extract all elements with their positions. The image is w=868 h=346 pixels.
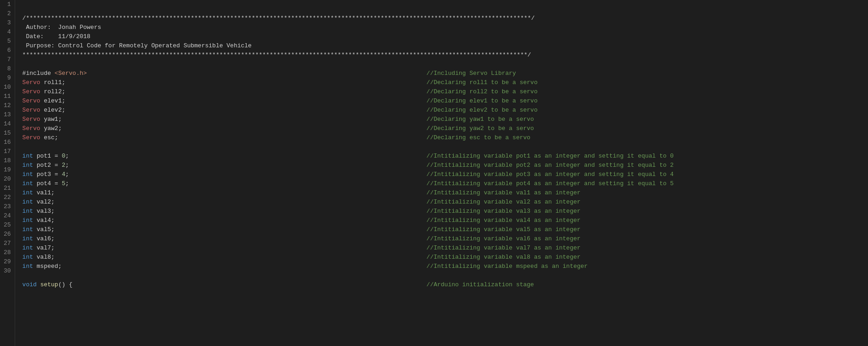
code-line: [23, 271, 868, 280]
keyword-token: int: [23, 254, 33, 261]
code-tokens: Servo roll1;: [23, 78, 427, 87]
function-token: setup: [40, 281, 58, 288]
code-area[interactable]: /***************************************…: [15, 0, 868, 346]
line-comment: //Intitializing variable pot1 as an inte…: [427, 152, 674, 161]
code-line: int val8;//Intitializing variable val8 a…: [23, 253, 868, 262]
code-line: Servo elev1;//Declaring elev1 to be a se…: [23, 96, 868, 106]
line-comment: //Intitializing variable val7 as an inte…: [427, 244, 581, 253]
plain-token: val2;: [33, 199, 55, 205]
servo-class-token: Servo: [23, 116, 40, 123]
keyword-token: void: [23, 281, 37, 288]
servo-class-token: Servo: [23, 97, 40, 104]
plain-token: esc;: [40, 134, 58, 141]
include-text-token: <Servo.h>: [55, 70, 87, 77]
line-number: 27: [4, 239, 11, 248]
line-comment: //Intitializing variable pot2 as an inte…: [427, 161, 674, 170]
line-numbers-gutter: 1234567891011121314151617181920212223242…: [0, 0, 15, 346]
line-number: 23: [4, 202, 11, 211]
keyword-token: int: [23, 244, 33, 251]
keyword-token: int: [23, 162, 33, 169]
line-number: 6: [4, 46, 11, 55]
line-comment: //Declaring yaw1 to be a servo: [427, 115, 534, 124]
plain-token: roll1;: [40, 79, 66, 86]
plain-token: [37, 281, 40, 288]
code-line: int val2;//Intitializing variable val2 a…: [23, 198, 868, 207]
plain-token: val4;: [33, 217, 55, 224]
line-number: 24: [4, 211, 11, 221]
line-number: 18: [4, 156, 11, 165]
code-tokens: Servo roll2;: [23, 87, 427, 96]
plain-token: elev2;: [40, 107, 66, 113]
servo-class-token: Servo: [23, 79, 40, 86]
code-line: [23, 60, 868, 69]
code-tokens: #include <Servo.h>: [23, 69, 427, 78]
plain-token: yaw2;: [40, 125, 62, 132]
plain-token: Author: Jonah Powers: [23, 24, 101, 31]
line-comment: //Declaring roll2 to be a servo: [427, 87, 538, 96]
code-tokens: int pot3 = 4;: [23, 170, 427, 179]
code-line: void setup() {//Arduino initialization s…: [23, 280, 868, 289]
line-comment: //Intitializing variable mspeed as an in…: [427, 262, 588, 271]
line-number: 21: [4, 184, 11, 193]
code-tokens: Servo elev2;: [23, 106, 427, 115]
line-number: 15: [4, 129, 11, 138]
line-comment: //Intitializing variable val3 as an inte…: [427, 207, 581, 216]
code-line: #include <Servo.h>//Including Servo Libr…: [23, 69, 868, 78]
servo-class-token: Servo: [23, 125, 40, 132]
code-tokens: int pot2 = 2;: [23, 161, 427, 170]
code-editor: 1234567891011121314151617181920212223242…: [0, 0, 868, 346]
keyword-token: int: [23, 153, 33, 159]
code-tokens: int val7;: [23, 244, 427, 253]
code-line: Date: 11/9/2018: [23, 32, 868, 41]
keyword-token: int: [23, 189, 33, 196]
line-number: 8: [4, 64, 11, 74]
preprocessor-token: #include: [23, 70, 55, 77]
code-line: Author: Jonah Powers: [23, 23, 868, 32]
line-number: 11: [4, 92, 11, 101]
plain-token: Purpose: Control Code for Remotely Opera…: [23, 42, 252, 49]
line-number: 28: [4, 248, 11, 257]
code-line: Servo esc;//Declaring esc to be a servo: [23, 133, 868, 142]
servo-class-token: Servo: [23, 88, 40, 95]
keyword-token: int: [23, 235, 33, 242]
line-comment: //Declaring elev2 to be a servo: [427, 106, 538, 115]
line-comment: //Intitializing variable val2 as an inte…: [427, 198, 581, 207]
code-tokens: Purpose: Control Code for Remotely Opera…: [23, 41, 252, 51]
line-comment: //Arduino initialization stage: [427, 280, 534, 289]
code-tokens: ****************************************…: [23, 51, 531, 60]
code-tokens: int val1;: [23, 188, 427, 198]
line-comment: //Including Servo Library: [427, 69, 516, 78]
code-line: /***************************************…: [23, 14, 868, 23]
line-number: 20: [4, 175, 11, 184]
line-comment: //Intitializing variable val5 as an inte…: [427, 225, 581, 234]
code-line: int mspeed;//Intitializing variable mspe…: [23, 262, 868, 271]
code-tokens: int val4;: [23, 216, 427, 225]
code-tokens: int pot4 = 5;: [23, 179, 427, 188]
line-comment: //Declaring roll1 to be a servo: [427, 78, 538, 87]
stars-token: ****************************************…: [23, 51, 531, 58]
line-number: 3: [4, 18, 11, 28]
code-tokens: Servo elev1;: [23, 96, 427, 106]
line-number: 4: [4, 28, 11, 37]
code-tokens: int val3;: [23, 207, 427, 216]
code-line: int val3;//Intitializing variable val3 a…: [23, 207, 868, 216]
plain-token: ;: [65, 162, 69, 169]
line-number: 12: [4, 101, 11, 110]
code-line: int pot2 = 2;//Intitializing variable po…: [23, 161, 868, 170]
keyword-token: int: [23, 263, 33, 270]
line-number: 16: [4, 138, 11, 147]
line-number: 26: [4, 230, 11, 239]
line-comment: //Intitializing variable pot4 as an inte…: [427, 179, 674, 188]
line-number: 2: [4, 9, 11, 18]
code-tokens: Servo yaw1;: [23, 115, 427, 124]
line-number: 5: [4, 37, 11, 46]
line-number: 1: [4, 0, 11, 9]
code-tokens: int val2;: [23, 198, 427, 207]
code-line: int val1;//Intitializing variable val1 a…: [23, 188, 868, 198]
line-number: 29: [4, 257, 11, 267]
servo-class-token: Servo: [23, 107, 40, 113]
code-line: [23, 142, 868, 152]
code-line: ****************************************…: [23, 51, 868, 60]
line-comment: //Declaring esc to be a servo: [427, 133, 530, 142]
plain-token: val5;: [33, 226, 55, 233]
